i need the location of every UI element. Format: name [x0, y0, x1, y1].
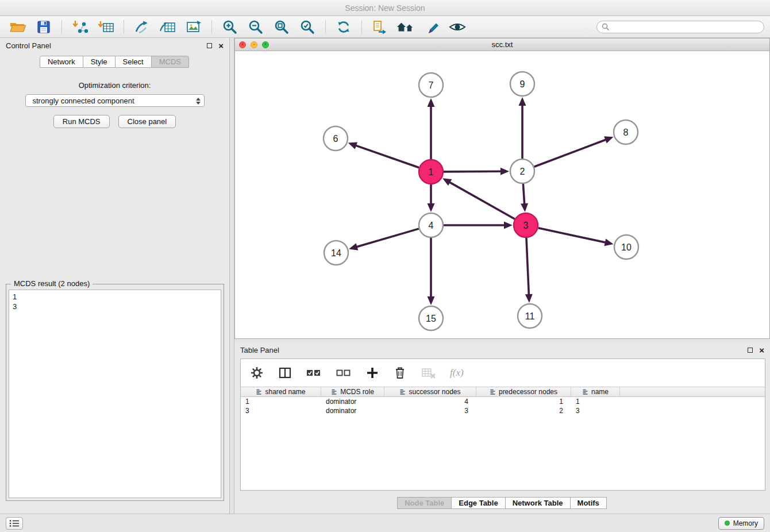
zoom-in-button[interactable] [218, 18, 242, 36]
edge-1-4[interactable] [428, 184, 435, 212]
tab-select[interactable]: Select [115, 56, 152, 68]
zoom-fit-button[interactable] [270, 18, 294, 36]
edge-4-14[interactable] [349, 229, 419, 250]
copy-style-button[interactable] [368, 18, 392, 36]
tab-edge-table[interactable]: Edge Table [451, 497, 505, 509]
table-row[interactable]: 3dominator323 [241, 406, 765, 415]
export-image-button[interactable] [182, 18, 206, 36]
edge-1-2[interactable] [444, 168, 509, 175]
node-11[interactable]: 11 [518, 304, 542, 328]
edge-4-15[interactable] [428, 238, 435, 305]
main-toolbar [0, 16, 770, 38]
edge-3-11[interactable] [525, 238, 533, 303]
tab-mcds[interactable]: MCDS [151, 56, 189, 68]
tab-style[interactable]: Style [83, 56, 116, 68]
show-columns-button[interactable] [278, 364, 292, 382]
export-network-button[interactable] [130, 18, 154, 36]
edge-3-10[interactable] [538, 228, 613, 246]
node-label: 15 [426, 314, 436, 323]
table-row[interactable]: 1dominator411 [241, 397, 765, 406]
minimize-window-icon[interactable]: − [251, 41, 257, 48]
toolbar-separator [361, 20, 362, 34]
export-table-button[interactable] [156, 18, 180, 36]
open-session-button[interactable] [6, 18, 30, 36]
tab-motifs[interactable]: Motifs [570, 497, 607, 509]
select-all-button[interactable] [305, 364, 322, 382]
column-header-shared-name[interactable]: shared name [241, 387, 321, 396]
node-8[interactable]: 8 [614, 120, 638, 144]
import-table-button[interactable] [94, 18, 118, 36]
toggle-details-button[interactable] [445, 18, 469, 36]
tab-node-table[interactable]: Node Table [397, 497, 452, 509]
mcds-result-value: 1 [13, 292, 217, 302]
mcds-result-label: MCDS result (2 nodes) [11, 279, 93, 288]
node-4[interactable]: 4 [419, 213, 443, 237]
column-header-predecessor-nodes[interactable]: predecessor nodes [476, 387, 571, 396]
column-header-MCDS-role[interactable]: MCDS role [321, 387, 384, 396]
tab-network-table[interactable]: Network Table [505, 497, 571, 509]
edge-2-9[interactable] [519, 97, 526, 159]
edge-2-8[interactable] [534, 136, 614, 167]
table-mode-button[interactable] [249, 364, 265, 382]
task-history-button[interactable] [6, 517, 23, 530]
node-9[interactable]: 9 [510, 72, 534, 96]
table-cell: 1 [571, 397, 620, 406]
network-overview-button[interactable] [394, 18, 418, 36]
titlebar: Session: New Session [0, 0, 770, 16]
zoom-selected-button[interactable] [295, 18, 319, 36]
home-icon [396, 20, 415, 34]
node-6[interactable]: 6 [324, 126, 348, 151]
network-graph[interactable]: 7968124314101511 [235, 51, 769, 338]
column-header-name[interactable]: name [571, 387, 620, 396]
function-builder-button[interactable]: f(x) [450, 367, 464, 379]
node-7[interactable]: 7 [419, 73, 443, 97]
float-panel-icon[interactable] [207, 43, 212, 48]
close-panel-button[interactable]: Close panel [118, 115, 176, 128]
close-panel-icon[interactable]: × [218, 41, 224, 50]
column-sort-icon [490, 389, 496, 395]
refresh-view-button[interactable] [332, 18, 356, 36]
network-window-titlebar[interactable]: × − + scc.txt [235, 38, 769, 51]
close-window-icon[interactable]: × [239, 41, 246, 48]
edge-4-3[interactable] [444, 222, 513, 229]
control-panel-header: Control Panel × [0, 38, 229, 53]
mcds-result-list[interactable]: 13 [9, 290, 221, 498]
delete-column-button[interactable] [392, 364, 407, 382]
import-network-button[interactable] [68, 18, 92, 36]
node-14[interactable]: 14 [324, 241, 348, 265]
column-header-successor-nodes[interactable]: successor nodes [384, 387, 476, 396]
column-header-label: successor nodes [409, 388, 460, 396]
run-mcds-button[interactable]: Run MCDS [53, 115, 110, 128]
node-10[interactable]: 10 [614, 235, 638, 259]
edge-2-3[interactable] [521, 184, 528, 212]
node-1[interactable]: 1 [419, 160, 443, 184]
unselect-all-button[interactable] [335, 364, 352, 382]
node-2[interactable]: 2 [510, 159, 534, 183]
toolbar-separator [325, 20, 326, 34]
network-canvas[interactable]: 7968124314101511 [235, 51, 769, 338]
edge-1-7[interactable] [428, 98, 435, 159]
search-input[interactable] [613, 23, 759, 31]
zoom-out-button[interactable] [244, 18, 268, 36]
refresh-icon [336, 20, 351, 34]
tab-network[interactable]: Network [40, 56, 83, 68]
criterion-select[interactable]: strongly connected component [25, 94, 205, 107]
vertical-splitter[interactable] [230, 38, 234, 514]
node-3[interactable]: 3 [514, 213, 538, 237]
style-brush-button[interactable] [419, 18, 444, 36]
add-column-button[interactable] [365, 364, 380, 382]
float-panel-icon[interactable] [748, 348, 753, 353]
table-cell: 1 [476, 397, 571, 406]
search-box[interactable] [596, 21, 764, 33]
save-session-button[interactable] [32, 18, 56, 36]
memory-button[interactable]: Memory [718, 517, 764, 530]
select-stepper-icon [194, 96, 202, 106]
zoom-window-icon[interactable]: + [262, 41, 269, 48]
edge-1-6[interactable] [348, 142, 419, 167]
node-15[interactable]: 15 [419, 306, 443, 330]
table-cell: 3 [384, 406, 476, 415]
close-panel-icon[interactable]: × [759, 346, 764, 354]
column-header-label: predecessor nodes [499, 388, 557, 396]
table-cell: 4 [384, 397, 476, 406]
edge-3-1[interactable] [442, 178, 515, 219]
